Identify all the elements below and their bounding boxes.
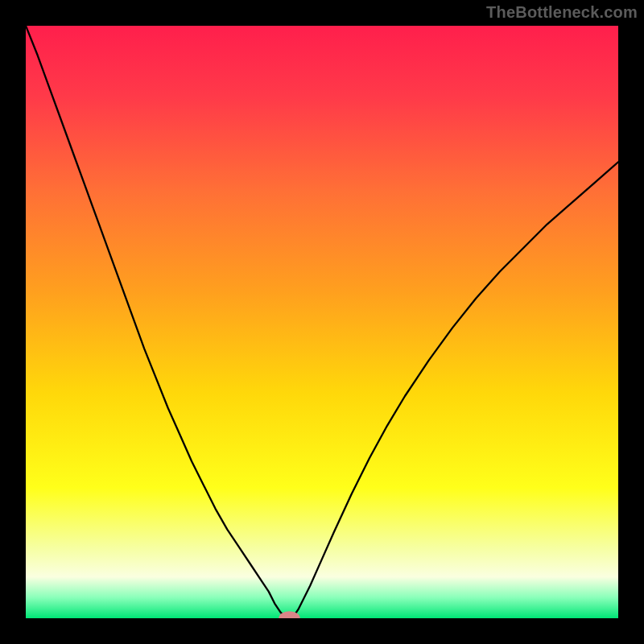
watermark-label: TheBottleneck.com <box>486 3 638 22</box>
plot-area <box>26 26 618 618</box>
chart-stage: TheBottleneck.com <box>0 0 644 644</box>
plot-svg <box>26 26 618 618</box>
plot-background <box>26 26 618 618</box>
